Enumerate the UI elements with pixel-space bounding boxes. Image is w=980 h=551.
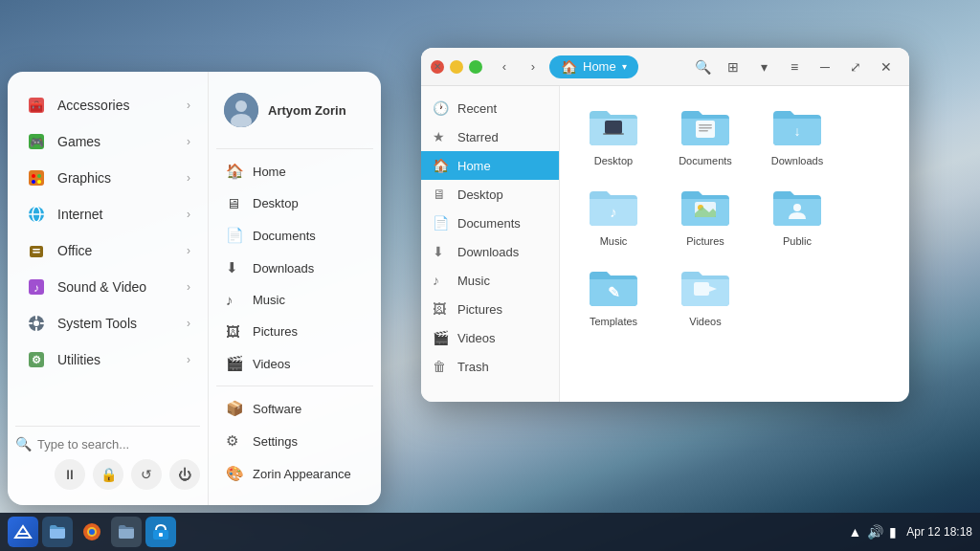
sidebar-item-pictures[interactable]: 🖼 Pictures bbox=[421, 295, 559, 323]
svg-rect-35 bbox=[40, 322, 44, 324]
forward-button[interactable]: › bbox=[521, 55, 546, 79]
right-label-settings: Settings bbox=[253, 434, 298, 449]
suspend-button[interactable]: ⏸ bbox=[55, 459, 85, 490]
svg-rect-5 bbox=[699, 130, 708, 132]
search-input[interactable] bbox=[37, 437, 200, 452]
maximize-button[interactable] bbox=[469, 60, 482, 74]
menu-item-graphics[interactable]: Graphics › bbox=[15, 160, 200, 196]
menu-button[interactable]: ≡ bbox=[781, 54, 808, 80]
right-menu-zorin-appearance[interactable]: 🎨 Zorin Appearance bbox=[216, 457, 373, 490]
right-menu-home[interactable]: 🏠 Home bbox=[216, 155, 373, 187]
right-menu-documents[interactable]: 📄 Documents bbox=[216, 219, 373, 252]
svg-rect-3 bbox=[699, 124, 712, 126]
window-close-button[interactable]: ✕ bbox=[873, 54, 900, 80]
minimize-button[interactable] bbox=[450, 60, 463, 74]
sidebar-item-desktop[interactable]: 🖥 Desktop bbox=[421, 180, 559, 209]
sidebar-item-music[interactable]: ♪ Music bbox=[421, 266, 559, 295]
view-options-button[interactable]: ▾ bbox=[750, 54, 777, 80]
folder-documents-label: Documents bbox=[679, 155, 732, 166]
app-menu: 🧰 Accessories › 🎮 Games › Graphics bbox=[8, 72, 381, 505]
folder-videos[interactable]: Videos bbox=[667, 262, 744, 327]
zorin-appearance-icon: 🎨 bbox=[226, 465, 243, 482]
svg-rect-0 bbox=[605, 121, 622, 134]
file-manager-taskbar-button[interactable] bbox=[111, 517, 142, 547]
menu-item-sound-video[interactable]: ♪ Sound & Video › bbox=[15, 269, 200, 305]
svg-rect-33 bbox=[35, 327, 37, 331]
sidebar-label-downloads: Downloads bbox=[457, 245, 519, 259]
folder-public[interactable]: Public bbox=[759, 182, 835, 247]
sidebar-item-recent[interactable]: 🕐 Recent bbox=[421, 94, 559, 122]
graphics-icon bbox=[25, 166, 48, 189]
power-button[interactable]: ⏻ bbox=[169, 459, 200, 490]
folder-downloads-label: Downloads bbox=[771, 155, 823, 166]
right-menu-software[interactable]: 📦 Software bbox=[216, 392, 373, 425]
files-button[interactable] bbox=[42, 517, 73, 547]
svg-rect-2 bbox=[696, 121, 715, 138]
arrow-icon: › bbox=[187, 280, 190, 294]
folder-music-label: Music bbox=[600, 235, 628, 247]
user-profile[interactable]: Artyom Zorin bbox=[216, 87, 373, 133]
search-button[interactable]: 🔍 bbox=[689, 54, 716, 80]
downloads-sidebar-icon: ⬇ bbox=[433, 244, 450, 259]
sidebar-label-videos: Videos bbox=[457, 331, 496, 345]
svg-rect-27 bbox=[33, 252, 40, 253]
sidebar-item-videos[interactable]: 🎬 Videos bbox=[421, 323, 559, 352]
home-sidebar-icon: 🏠 bbox=[433, 158, 450, 173]
back-button[interactable]: ‹ bbox=[492, 55, 517, 79]
menu-item-office[interactable]: Office › bbox=[15, 232, 200, 269]
menu-item-system-tools[interactable]: System Tools › bbox=[15, 305, 200, 342]
desktop-sidebar-icon: 🖥 bbox=[433, 187, 450, 202]
svg-point-19 bbox=[37, 174, 41, 178]
sidebar-label-recent: Recent bbox=[457, 101, 497, 116]
refresh-button[interactable]: ↺ bbox=[131, 459, 162, 490]
sidebar-label-trash: Trash bbox=[457, 360, 489, 374]
folder-pictures[interactable]: Pictures bbox=[667, 182, 744, 247]
software-icon: 📦 bbox=[226, 400, 243, 417]
menu-item-utilities[interactable]: ⚙ Utilities › bbox=[15, 342, 200, 378]
right-label-home: Home bbox=[253, 165, 286, 179]
location-bar[interactable]: 🏠 Home ▾ bbox=[549, 55, 638, 78]
svg-point-45 bbox=[89, 529, 95, 535]
view-list-button[interactable]: ⊞ bbox=[720, 54, 746, 80]
sidebar-item-downloads[interactable]: ⬇ Downloads bbox=[421, 237, 559, 266]
sidebar-item-documents[interactable]: 📄 Documents bbox=[421, 209, 559, 237]
right-menu-downloads[interactable]: ⬇ Downloads bbox=[216, 252, 373, 284]
folder-downloads[interactable]: ↓ Downloads bbox=[759, 101, 835, 166]
dropdown-arrow-icon: ▾ bbox=[622, 61, 627, 72]
system-tools-icon bbox=[25, 312, 48, 335]
svg-text:♪: ♪ bbox=[33, 281, 39, 295]
menu-item-accessories[interactable]: 🧰 Accessories › bbox=[15, 87, 200, 123]
window-minimize-button[interactable]: ─ bbox=[812, 54, 838, 80]
menu-label-internet: Internet bbox=[57, 207, 102, 222]
menu-item-games[interactable]: 🎮 Games › bbox=[15, 123, 200, 160]
zorin-menu-button[interactable] bbox=[8, 517, 38, 547]
fm-content: Desktop Documents bbox=[560, 86, 909, 402]
sidebar-item-starred[interactable]: ★ Starred bbox=[421, 122, 559, 151]
right-menu-videos[interactable]: 🎬 Videos bbox=[216, 347, 373, 380]
menu-item-internet[interactable]: Internet › bbox=[15, 196, 200, 232]
window-restore-button[interactable]: ⤢ bbox=[842, 54, 869, 80]
folder-documents[interactable]: Documents bbox=[667, 101, 744, 166]
folder-desktop[interactable]: Desktop bbox=[575, 101, 652, 166]
fm-sidebar: 🕐 Recent ★ Starred 🏠 Home 🖥 Desktop 📄 Do… bbox=[421, 86, 560, 402]
accessories-icon: 🧰 bbox=[25, 94, 48, 117]
sidebar-item-home[interactable]: 🏠 Home bbox=[421, 151, 559, 180]
store-button[interactable] bbox=[145, 517, 176, 547]
firefox-button[interactable] bbox=[77, 517, 107, 547]
svg-point-39 bbox=[235, 100, 247, 112]
right-label-desktop: Desktop bbox=[253, 196, 299, 210]
folder-templates-label: Templates bbox=[590, 316, 637, 327]
right-label-zorin-appearance: Zorin Appearance bbox=[253, 467, 351, 481]
sidebar-label-home: Home bbox=[457, 159, 491, 173]
music-right-icon: ♪ bbox=[226, 292, 243, 308]
close-button[interactable]: ✕ bbox=[431, 60, 444, 74]
right-menu-desktop[interactable]: 🖥 Desktop bbox=[216, 187, 373, 219]
sidebar-item-trash[interactable]: 🗑 Trash bbox=[421, 352, 559, 381]
right-menu-settings[interactable]: ⚙ Settings bbox=[216, 425, 373, 457]
right-menu-pictures[interactable]: 🖼 Pictures bbox=[216, 316, 373, 347]
right-menu-music[interactable]: ♪ Music bbox=[216, 284, 373, 316]
lock-button[interactable]: 🔒 bbox=[93, 459, 123, 490]
folder-templates[interactable]: ✎ Templates bbox=[575, 262, 652, 327]
svg-text:♪: ♪ bbox=[610, 204, 617, 220]
folder-music[interactable]: ♪ Music bbox=[575, 182, 652, 247]
